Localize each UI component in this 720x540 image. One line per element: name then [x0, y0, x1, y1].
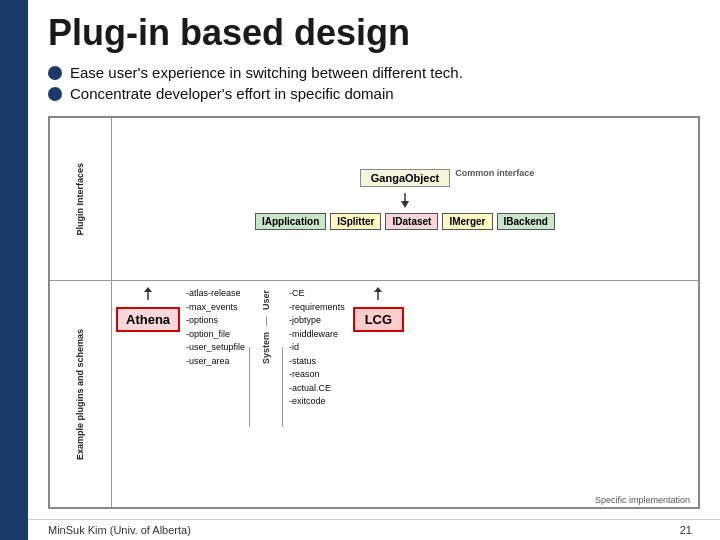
ce-param-6: -status: [289, 355, 345, 369]
atlas-param-4: -option_file: [186, 328, 245, 342]
row-label-example-plugins: Example plugins and schemas: [50, 281, 111, 507]
common-interface-label: Common interface: [455, 168, 534, 178]
bullet-1: Ease user's experience in switching betw…: [48, 64, 700, 81]
example-plugins-label: Example plugins and schemas: [76, 329, 86, 460]
ganga-object-box: GangaObject Common interface: [360, 169, 450, 187]
ce-param-5: -id: [289, 341, 345, 355]
plugin-interfaces-section: GangaObject Common interface IApplicatio…: [112, 118, 698, 281]
atlas-param-2: -max_events: [186, 301, 245, 315]
arrow-up-lcg: [371, 287, 385, 301]
imerger-label: IMerger: [449, 216, 485, 227]
ce-param-4: -middleware: [289, 328, 345, 342]
svg-marker-3: [144, 287, 152, 292]
user-system-labels: User System: [254, 287, 278, 367]
vertical-divider-2: [282, 347, 283, 427]
iapplication-label: IApplication: [262, 216, 319, 227]
bullet-dot-2: [48, 87, 62, 101]
isplitter-label: ISplitter: [337, 216, 374, 227]
ibackend-box: IBackend: [497, 213, 555, 230]
slide-title: Plug-in based design: [48, 12, 700, 54]
ce-param-9: -exitcode: [289, 395, 345, 409]
atlas-param-3: -options: [186, 314, 245, 328]
ganga-object-label: GangaObject: [371, 172, 439, 184]
us-divider: [266, 316, 267, 326]
footer: MinSuk Kim (Univ. of Alberta) 21: [0, 519, 720, 540]
interface-row: IApplication ISplitter IDataset IMerger: [255, 213, 555, 230]
atlas-param-1: -atlas-release: [186, 287, 245, 301]
ce-params: -CE -requirements -jobtype -middleware -…: [289, 287, 345, 409]
ibackend-label: IBackend: [504, 216, 548, 227]
footer-page: 21: [680, 524, 692, 536]
row-label-plugin-interfaces: Plugin Interfaces: [50, 118, 111, 281]
user-label: User: [261, 290, 271, 310]
imerger-box: IMerger: [442, 213, 492, 230]
svg-marker-5: [374, 287, 382, 292]
isplitter-box: ISplitter: [330, 213, 381, 230]
idataset-label: IDataset: [392, 216, 431, 227]
ce-param-7: -reason: [289, 368, 345, 382]
bullet-text-1: Ease user's experience in switching betw…: [70, 64, 463, 81]
plugin-interfaces-label: Plugin Interfaces: [76, 163, 86, 236]
row-labels: Plugin Interfaces Example plugins and sc…: [50, 118, 112, 507]
diagram: Plugin Interfaces Example plugins and sc…: [48, 116, 700, 509]
ce-param-8: -actual.CE: [289, 382, 345, 396]
bullet-list: Ease user's experience in switching betw…: [48, 64, 700, 106]
vertical-divider-1: [249, 347, 250, 427]
ce-param-3: -jobtype: [289, 314, 345, 328]
bullet-dot-1: [48, 66, 62, 80]
lcg-label: LCG: [365, 312, 392, 327]
ce-param-1: -CE: [289, 287, 345, 301]
ce-param-2: -requirements: [289, 301, 345, 315]
system-label: System: [261, 332, 271, 364]
arrow-down-svg: [398, 193, 412, 209]
footer-author: MinSuk Kim (Univ. of Alberta): [48, 524, 191, 536]
example-plugins-section: Athena -atlas-release -max_events -optio…: [112, 281, 698, 507]
slide: Plug-in based design Ease user's experie…: [0, 0, 720, 540]
atlas-param-5: -user_setupfile: [186, 341, 245, 355]
svg-marker-1: [401, 201, 409, 208]
atlas-params: -atlas-release -max_events -options -opt…: [186, 287, 245, 368]
specific-impl-label: Specific implementation: [595, 495, 690, 505]
diagram-main: GangaObject Common interface IApplicatio…: [112, 118, 698, 507]
lcg-box: LCG: [353, 307, 404, 332]
slide-content: Plug-in based design Ease user's experie…: [28, 0, 720, 519]
athena-box: Athena: [116, 307, 180, 332]
blue-sidebar: [0, 0, 28, 540]
idataset-box: IDataset: [385, 213, 438, 230]
arrow-up-athena: [141, 287, 155, 301]
bullet-text-2: Concentrate developer's effort in specif…: [70, 85, 394, 102]
iapplication-box: IApplication: [255, 213, 326, 230]
bullet-2: Concentrate developer's effort in specif…: [48, 85, 700, 102]
atlas-param-6: -user_area: [186, 355, 245, 369]
athena-label: Athena: [126, 312, 170, 327]
